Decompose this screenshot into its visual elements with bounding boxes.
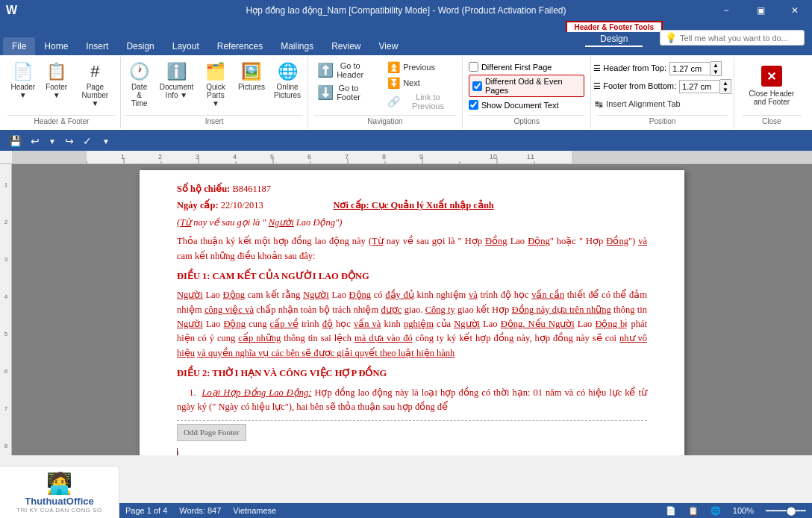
header-top-down-arrow[interactable]: ▼	[710, 69, 721, 75]
page-content: Số hộ chiếu: B8461187 Ngày cấp: 22/10/20…	[140, 170, 684, 455]
different-odd-even-checkbox[interactable]	[472, 81, 482, 91]
article-1-content: Người Lao Động cam kết rằng Người Lao Độ…	[177, 288, 647, 361]
header-from-top-label: ☰ Header from Top:	[593, 63, 666, 73]
horizontal-ruler: 1 2 3 4 5 6 7 8 9 10 11	[12, 151, 812, 163]
document-info-button[interactable]: ℹ️ DocumentInfo ▼	[156, 60, 197, 102]
different-odd-even-option[interactable]: Different Odd & Even Pages	[469, 75, 585, 97]
clock-icon: 🕐	[129, 62, 149, 81]
next-button[interactable]: ⏬ Next	[384, 75, 456, 90]
customize-qa-button[interactable]: ▼	[99, 136, 113, 147]
title-bar: W Hợp đồng lao động_Nam [Compatibility M…	[0, 0, 812, 21]
tab-view[interactable]: View	[370, 37, 407, 55]
quick-parts-icon: 🗂️	[205, 62, 225, 81]
tab-mailings[interactable]: Mailings	[272, 37, 322, 55]
link-to-previous-button[interactable]: 🔗 Link to Previous	[384, 91, 456, 112]
tab-file[interactable]: File	[3, 37, 35, 55]
show-document-text-checkbox[interactable]	[469, 100, 478, 110]
header-from-top-input[interactable]	[669, 62, 710, 75]
article-2-item-1: 1. Loại Hợp Đồng Lao Động: Hợp đồng lao …	[177, 386, 647, 415]
svg-text:7: 7	[4, 405, 8, 412]
redo-qa-button[interactable]: ↪	[62, 134, 77, 149]
header-footer-group-label: Header & Footer	[7, 115, 116, 125]
svg-text:11: 11	[527, 153, 534, 160]
tab-insert[interactable]: Insert	[77, 37, 117, 55]
options-group: Different First Page Different Odd & Eve…	[463, 57, 592, 128]
insert-group-label: Insert	[125, 115, 303, 125]
header-button[interactable]: 📄 Header▼	[7, 60, 39, 102]
svg-text:10: 10	[490, 153, 497, 160]
tab-layout[interactable]: Layout	[163, 37, 208, 55]
tab-home[interactable]: Home	[35, 37, 77, 55]
footer-bottom-down-arrow[interactable]: ▼	[720, 87, 731, 93]
page-number-button[interactable]: # PageNumber ▼	[75, 60, 116, 110]
quick-parts-button[interactable]: 🗂️ QuickParts ▼	[199, 60, 233, 110]
svg-text:2: 2	[158, 153, 162, 160]
save-qa-button[interactable]: 💾	[6, 134, 25, 149]
different-first-page-option[interactable]: Different First Page	[469, 62, 585, 72]
svg-text:8: 8	[4, 443, 8, 449]
svg-text:8: 8	[382, 153, 386, 160]
quick-access-toolbar: 💾 ↩ ▼ ↪ ✓ ▼	[0, 131, 812, 151]
vertical-ruler-svg: 1 2 3 4 5 6 7 8	[0, 164, 12, 455]
footer-content[interactable]: |	[177, 441, 647, 455]
position-group: ☰ Header from Top: ▲ ▼ ☰ Footer from Bot…	[591, 57, 734, 128]
svg-text:9: 9	[419, 153, 423, 160]
window-title: Hợp đồng lao động_Nam [Compatibility Mod…	[246, 5, 566, 16]
svg-text:1: 1	[4, 181, 8, 188]
tab-references[interactable]: References	[208, 37, 272, 55]
undo-qa-button[interactable]: ↩	[28, 134, 43, 149]
lightbulb-icon: 💡	[665, 32, 677, 43]
pictures-icon: 🖼️	[241, 62, 261, 81]
tab-design[interactable]: Design	[117, 37, 163, 55]
article-2-heading: ĐIỀU 2: THỜI HẠN VÀ CÔNG VIỆC HỢP ĐỒNG	[177, 366, 647, 381]
svg-text:3: 3	[4, 256, 8, 263]
passport-line: Số hộ chiếu: B8461187	[177, 182, 647, 196]
previous-icon: ⏫	[387, 61, 400, 73]
minimize-button[interactable]: −	[709, 0, 743, 21]
page-number-icon: #	[90, 62, 99, 81]
show-document-text-option[interactable]: Show Document Text	[469, 100, 585, 110]
options-group-label: Options	[469, 115, 585, 125]
issue-date-line: Ngày cấp: 22/10/2013 Nơi cấp: Cục Quản l…	[177, 199, 647, 213]
footer-bottom-up-arrow[interactable]: ▲	[720, 80, 731, 87]
header-footer-group: 📄 Header▼ 📋 Footer▼ # PageNumber ▼ Heade…	[3, 57, 121, 128]
svg-text:6: 6	[4, 368, 8, 375]
undo-dropdown-button[interactable]: ▼	[46, 136, 59, 147]
date-time-button[interactable]: 🕐 Date &Time	[124, 60, 154, 110]
go-to-header-button[interactable]: ⬆️ Go toHeader	[314, 60, 381, 81]
link-icon: 🔗	[387, 96, 400, 107]
insert-alignment-tab-button[interactable]: ↹ Insert Alignment Tab	[593, 97, 731, 111]
header-top-up-arrow[interactable]: ▲	[710, 62, 721, 69]
close-x-icon: ✕	[761, 66, 782, 87]
design-subtab[interactable]: Design	[585, 32, 643, 47]
footer-icon: 📋	[46, 62, 66, 81]
online-pictures-button[interactable]: 🌐 OnlinePictures	[270, 60, 304, 102]
checkmark-qa-button[interactable]: ✓	[80, 134, 95, 149]
svg-text:6: 6	[307, 153, 311, 160]
go-to-header-icon: ⬆️	[317, 62, 334, 78]
online-pictures-icon: 🌐	[278, 62, 298, 81]
document-page: Số hộ chiếu: B8461187 Ngày cấp: 22/10/20…	[140, 170, 684, 455]
pictures-button[interactable]: 🖼️ Pictures	[234, 60, 269, 93]
svg-text:4: 4	[233, 153, 237, 160]
svg-text:5: 5	[4, 331, 8, 337]
maximize-button[interactable]: ▣	[743, 0, 778, 21]
different-first-page-checkbox[interactable]	[469, 62, 478, 72]
previous-button[interactable]: ⏫ Previous	[384, 60, 456, 75]
tab-review[interactable]: Review	[322, 37, 369, 55]
close-header-footer-button[interactable]: ✕ Close Headerand Footer	[740, 63, 803, 109]
position-group-label: Position	[597, 115, 727, 125]
ruler-svg: 1 2 3 4 5 6 7 8 9 10 11	[12, 151, 812, 163]
header-icon: 📄	[13, 62, 33, 81]
footer-button[interactable]: 📋 Footer▼	[42, 60, 72, 102]
footer-from-bottom-label: ☰ Footer from Bottom:	[593, 81, 676, 91]
document-area: Số hộ chiếu: B8461187 Ngày cấp: 22/10/20…	[12, 164, 812, 455]
close-button[interactable]: ✕	[778, 0, 812, 21]
svg-text:4: 4	[4, 293, 8, 300]
search-input[interactable]	[680, 34, 799, 43]
go-to-footer-button[interactable]: ⬇️ Go toFooter	[314, 82, 381, 103]
svg-text:1: 1	[121, 153, 125, 160]
footer-from-bottom-input[interactable]	[679, 80, 720, 93]
svg-text:2: 2	[4, 219, 8, 225]
agreement-intro: Thỏa thuận ký kết một hợp đồng lao động …	[177, 234, 647, 263]
